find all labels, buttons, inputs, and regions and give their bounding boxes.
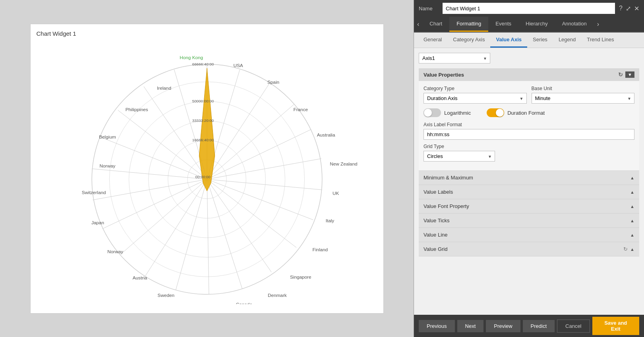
widget-name-input[interactable] (443, 3, 615, 14)
value-properties-header: Value Properties ↻ ▼ (419, 68, 639, 81)
value-ticks-header[interactable]: Value Ticks ▲ (419, 214, 639, 227)
chart-container: Chart Widget 1 (30, 24, 384, 314)
minimum-maximum-icons: ▲ (630, 175, 634, 180)
svg-text:Spain: Spain (267, 79, 279, 84)
category-base-row: Category Type Duration Axis Linear Logar… (424, 86, 634, 104)
sub-tab-trend-lines[interactable]: Trend Lines (581, 33, 619, 48)
value-grid-refresh-icon[interactable]: ↻ (623, 246, 628, 252)
minimum-maximum-caret[interactable]: ▲ (630, 175, 634, 180)
value-grid-section: Value Grid ↻ ▲ (419, 242, 639, 256)
tab-hierarchy[interactable]: Hierarchy (518, 17, 555, 32)
value-ticks-icons: ▲ (630, 218, 634, 223)
sub-tab-series[interactable]: Series (527, 33, 553, 48)
axis-label-format-label: Axis Label Format (424, 122, 634, 127)
close-icon[interactable]: ✕ (634, 5, 639, 12)
svg-line-15 (207, 179, 271, 272)
svg-text:Sweden: Sweden (157, 293, 174, 298)
grid-type-dropdown[interactable]: Circles Lines None (424, 151, 495, 162)
axis-select-wrapper: Axis1 Axis2 (419, 53, 490, 64)
cancel-button[interactable]: Cancel (557, 320, 590, 333)
svg-text:Denmark: Denmark (267, 293, 286, 298)
panel-content: Axis1 Axis2 Value Properties ↻ ▼ Categor… (414, 48, 644, 315)
tab-nav-next[interactable]: › (594, 17, 602, 32)
value-grid-header[interactable]: Value Grid ↻ ▲ (419, 242, 639, 256)
axis-dropdown[interactable]: Axis1 Axis2 (419, 53, 490, 64)
sub-tab-general[interactable]: General (418, 33, 447, 48)
axis-selector: Axis1 Axis2 (419, 53, 639, 64)
move-icon[interactable]: ⤢ (626, 5, 631, 12)
chart-title: Chart Widget 1 (37, 30, 377, 37)
svg-line-13 (207, 179, 313, 220)
value-line-caret[interactable]: ▲ (630, 233, 634, 237)
svg-text:Austria: Austria (132, 275, 147, 280)
duration-format-toggle-item: Duration Format (487, 108, 545, 117)
value-grid-icons: ↻ ▲ (623, 246, 634, 252)
tab-annotation[interactable]: Annotation (555, 17, 594, 32)
tab-events[interactable]: Events (488, 17, 518, 32)
main-tab-row: ‹ Chart Formatting Events Hierarchy Anno… (414, 17, 644, 33)
sub-tab-value-axis[interactable]: Value Axis (490, 33, 527, 48)
category-type-dropdown[interactable]: Duration Axis Linear Logarithmic (424, 93, 527, 104)
svg-line-16 (207, 179, 242, 288)
duration-format-knob (496, 109, 504, 117)
minimum-maximum-header[interactable]: Minimum & Maximum ▲ (419, 171, 639, 185)
preview-button[interactable]: Preview (486, 320, 520, 332)
value-line-header[interactable]: Value Line ▲ (419, 228, 639, 242)
value-labels-header[interactable]: Value Labels ▲ (419, 185, 639, 199)
value-font-property-header[interactable]: Value Font Property ▲ (419, 199, 639, 213)
value-font-property-title: Value Font Property (424, 203, 469, 209)
svg-text:Australia: Australia (317, 132, 335, 137)
base-unit-select-wrapper: Minute Second Hour Day (532, 93, 635, 104)
sub-tab-legend[interactable]: Legend (553, 33, 581, 48)
value-line-section: Value Line ▲ (419, 228, 639, 242)
save-and-exit-button[interactable]: Save and Exit (592, 317, 640, 335)
panel-header: Name ? ⤢ ✕ (414, 0, 644, 17)
svg-text:Norway: Norway (107, 249, 123, 254)
help-icon[interactable]: ? (619, 5, 623, 12)
previous-button[interactable]: Previous (419, 320, 455, 332)
chart-area: Chart Widget 1 (0, 0, 414, 337)
svg-text:Belgium: Belgium (99, 134, 116, 139)
next-button[interactable]: Next (457, 320, 484, 332)
radar-chart: 66666:40:00 50000:00:00 33333:20:00 1666… (37, 39, 377, 304)
sub-tab-category-axis[interactable]: Category Axis (447, 33, 490, 48)
svg-text:16666:40:00: 16666:40:00 (192, 138, 214, 142)
svg-text:Canada: Canada (236, 301, 252, 304)
svg-text:USA: USA (233, 62, 243, 67)
category-type-field: Category Type Duration Axis Linear Logar… (424, 86, 527, 104)
logarithmic-toggle[interactable] (424, 108, 441, 117)
panel-footer: Previous Next Preview Predict Cancel Sav… (414, 315, 644, 337)
base-unit-dropdown[interactable]: Minute Second Hour Day (532, 93, 635, 104)
collapse-arrow[interactable]: ▼ (625, 71, 634, 78)
value-font-property-caret[interactable]: ▲ (630, 204, 634, 209)
value-font-property-icons: ▲ (630, 204, 634, 209)
duration-format-toggle[interactable] (487, 108, 504, 117)
svg-text:00:00:00: 00:00:00 (195, 174, 211, 179)
svg-text:Germany: Germany (186, 303, 205, 304)
grid-type-select-wrapper: Circles Lines None (424, 151, 495, 162)
value-ticks-caret[interactable]: ▲ (630, 218, 634, 223)
logarithmic-knob (424, 109, 432, 117)
svg-text:Philippines: Philippines (125, 106, 148, 112)
value-labels-icons: ▲ (630, 190, 634, 194)
predict-button[interactable]: Predict (523, 320, 555, 332)
tab-formatting[interactable]: Formatting (449, 17, 488, 32)
svg-line-9 (207, 104, 294, 179)
value-labels-caret[interactable]: ▲ (630, 190, 634, 194)
refresh-icon[interactable]: ↻ (618, 71, 623, 78)
svg-text:Switzerland: Switzerland (81, 189, 106, 194)
logarithmic-toggle-item: Logarithmic (424, 108, 471, 117)
value-font-property-section: Value Font Property ▲ (419, 199, 639, 214)
value-properties-body: Category Type Duration Axis Linear Logar… (419, 81, 639, 171)
svg-text:UK: UK (332, 190, 338, 195)
base-unit-field: Base Unit Minute Second Hour Day (532, 86, 635, 104)
tab-chart[interactable]: Chart (422, 17, 449, 32)
svg-line-8 (207, 83, 269, 179)
svg-line-17 (207, 179, 209, 294)
duration-format-label: Duration Format (507, 110, 545, 116)
axis-label-format-input[interactable] (424, 129, 634, 140)
minimum-maximum-section: Minimum & Maximum ▲ (419, 171, 639, 185)
value-grid-caret[interactable]: ▲ (630, 247, 634, 252)
grid-type-field: Grid Type Circles Lines None (424, 144, 634, 162)
tab-nav-prev[interactable]: ‹ (414, 17, 422, 32)
